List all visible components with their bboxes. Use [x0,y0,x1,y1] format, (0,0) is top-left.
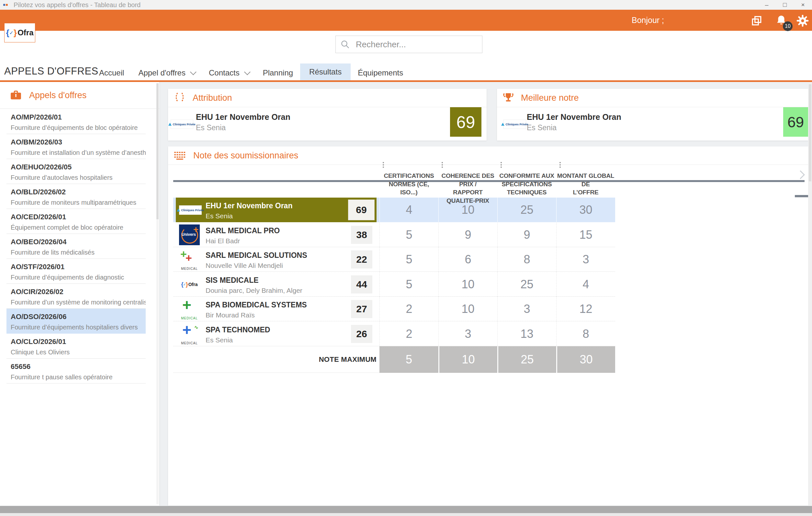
clinic-logo-label: Cliniques Privée [181,209,204,212]
nav-item-r-sultats[interactable]: Résultats [300,63,351,82]
column-header: COHERENCE DES PRIX /RAPPORT QUALITE-PRIX [438,162,497,205]
column-header-label: MONTANT GLOBAL DEL’OFFRE [556,172,615,197]
tender-list-item[interactable]: AO/EHUO/2026/05Fourniture d’autoclaves h… [6,159,146,184]
score-cell: 13 [497,322,556,346]
nav-item-accueil[interactable]: Accueil [92,63,131,82]
minimize-button[interactable]: – [758,0,776,10]
note-maximum-cell: 25 [497,346,556,373]
company-location: Es Senia [206,212,292,220]
chevron-down-icon [190,69,197,75]
best-score-title: Meilleure notre [521,93,579,103]
maximize-button[interactable]: □ [776,0,794,10]
stethoscope-icon: ∿ [194,324,199,330]
score-cell: 8 [556,322,615,346]
best-score-card: Meilleure notre Cliniques Privée EHU 1er… [497,89,808,141]
score-cell: 9 [497,222,556,247]
close-button[interactable]: × [794,0,812,10]
settings-gear-icon[interactable] [796,14,809,28]
app-window: Pilotez vos appels d'offres - Tableau de… [0,0,812,516]
chevron-right-icon[interactable] [796,170,805,179]
column-header-line: CONFORMITE AUX [497,172,556,180]
window-title: Pilotez vos appels d'offres - Tableau de… [13,1,141,9]
tender-code: AO/BLD/2026/02 [11,188,146,196]
column-menu-icon[interactable] [383,162,384,163]
app-icon [3,3,9,7]
scores-grid-icon [173,150,187,161]
best-score-value: 69 [783,107,808,137]
column-menu-icon[interactable] [500,162,502,163]
table-row[interactable]: Cliniques PrivéeEHU 1er Novembre OranEs … [173,197,615,222]
company-text: SIS MEDICALEDounia parc, Dely Brahim, Al… [206,276,302,294]
tender-description: Fourniture et installation d’un système … [11,149,146,157]
table-row[interactable]: +UniversSARL MEDICAL PROHai El Badr38599… [173,222,615,247]
column-header-line: RAPPORT QUALITE-PRIX [438,188,497,205]
note-maximum-cell: 5 [379,346,438,373]
nav-item-label: Contacts [209,69,239,77]
total-score-chip: 26 [351,325,372,343]
best-score-winner[interactable]: Cliniques Privée EHU 1er Novembre Oran E… [497,107,808,141]
nav-item-contacts[interactable]: Contacts [202,63,256,82]
tender-code: AO/BEO/2026/04 [11,238,146,246]
attribution-title: Attribution [193,93,232,103]
winner-location: Es Senia [527,124,556,132]
sidebar-header: Appels d'offres [0,82,159,109]
winner-name: EHU 1er Novembre Oran [527,112,621,122]
brand-check-icon: ✓ [9,30,13,36]
score-cell: 4 [556,272,615,297]
score-cell: 8 [497,247,556,272]
total-score-chip: 44 [351,275,372,294]
tender-list-item[interactable]: AO/DSO/2026/06Fourniture d’équipements h… [6,309,146,334]
medical-cross-icon: + [182,321,191,339]
attribution-winner[interactable]: Cliniques Privée EHU 1er Novembre Oran E… [168,107,487,141]
column-menu-icon[interactable] [442,162,443,163]
nav-item-label: Résultats [309,67,342,77]
column-header-line: SPECIFICATIONS [497,180,556,189]
column-menu-icon[interactable] [559,162,561,163]
tender-list-item[interactable]: AO/MP/2026/01Fourniture d’équipements de… [6,109,146,134]
trophy-icon [502,92,515,104]
tender-description: Fourniture de moniteurs multiparamétriqu… [11,199,146,206]
column-header-label: COHERENCE DES PRIX /RAPPORT QUALITE-PRIX [438,172,497,205]
table-row[interactable]: {✓}OfraSIS MEDICALEDounia parc, Dely Bra… [173,272,615,297]
tender-list-item[interactable]: AO/CIR/2026/02Fourniture d’un système de… [6,284,146,309]
window-vertical-scrollbar-thumb[interactable] [809,84,811,182]
column-header-line: TECHNIQUES [497,188,556,197]
clinic-logo-icon [168,123,172,126]
company-logo: Cliniques Privée [503,119,526,129]
attribution-card: Attribution Cliniques Privée EHU 1er Nov… [168,89,487,141]
total-score-chip: 27 [351,300,372,318]
sidebar-scrollbar-thumb[interactable] [156,83,158,219]
score-cell: 9 [438,222,497,247]
best-score-header: Meilleure notre [497,89,808,107]
chevron-down-icon [244,69,251,75]
tender-list-item[interactable]: AO/CED/2026/01Équipement complet de bloc… [6,209,146,234]
column-header: MONTANT GLOBAL DEL’OFFRE [556,162,615,197]
table-scroll-indicator[interactable] [795,195,810,197]
tender-list-item[interactable]: AO/BM/2026/03Fourniture et installation … [6,134,146,159]
tender-list-item[interactable]: 65656Fourniture t pause salles opératoir… [6,359,146,383]
brand-logo[interactable]: {✓} Ofra [4,23,35,43]
tender-list-item[interactable]: AO/BLD/2026/02Fourniture de moniteurs mu… [6,184,146,209]
nav-item-label: Appel d'offres [138,69,185,77]
table-row[interactable]: ++MEDICALSARL MEDICAL SOLUTIONSNouvelle … [173,247,615,272]
tender-list-item[interactable]: AO/STF/2026/01Fourniture d’équipements d… [6,259,146,284]
nav-item-planning[interactable]: Planning [256,63,300,82]
column-header-label: CONFORMITE AUXSPECIFICATIONSTECHNIQUES [497,172,556,197]
score-cell: 3 [497,297,556,321]
switch-windows-icon[interactable] [750,14,763,28]
tender-list-item[interactable]: AO/CLO/2026/01Clinique Les Oliviers [6,334,146,359]
window-horizontal-scrollbar[interactable] [0,506,812,513]
table-row[interactable]: +∿MEDICALSPA TECHNOMEDEs Senia2623138 [173,322,615,346]
window-bottom-edge [0,513,812,516]
tender-code: AO/CLO/2026/01 [11,337,146,346]
company-location: Es Senia [206,336,270,344]
tender-list-item[interactable]: AO/BEO/2026/04Fourniture de lits médical… [6,234,146,259]
nav-item--quipements[interactable]: Équipements [351,63,410,82]
bidder-scores-card: Note des soumissionnaires CERTIFICATIONS… [168,146,808,506]
note-maximum-cell: 10 [438,346,497,373]
column-header: CERTIFICATIONSNORMES (CE, ISO...) [379,162,438,197]
nav-item-appel-d-offres[interactable]: Appel d'offres [131,63,202,82]
search-input[interactable] [355,39,473,50]
company-logo: ++MEDICAL [179,249,200,270]
table-row[interactable]: +MEDICALSPA BIOMEDICAL SYSTEMSBir Mourad… [173,297,615,321]
